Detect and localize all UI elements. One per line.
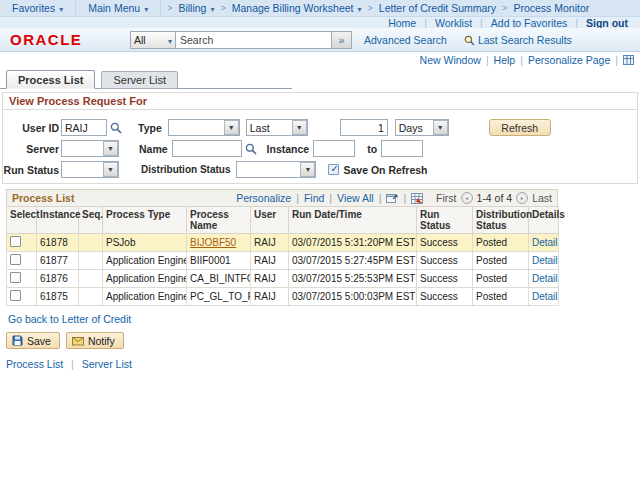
filter-row-3: Run Status Distribution Status Save On R… (3, 161, 637, 178)
col-process-name: Process Name (187, 207, 251, 234)
select-row-checkbox[interactable] (10, 254, 21, 265)
search-scope-value: All (134, 34, 146, 46)
seq-cell (79, 252, 103, 270)
col-instance: Instance (37, 207, 79, 234)
personalize-page-link[interactable]: Personalize Page (528, 54, 610, 66)
table-row: 61875 Application Engine PC_GL_TO_PC RAI… (7, 288, 559, 306)
last-search-results-link[interactable]: Last Search Results (478, 34, 572, 46)
grid-title: Process List (12, 192, 74, 204)
instance-cell: 61878 (37, 234, 79, 252)
select-row-checkbox[interactable] (10, 236, 21, 247)
view-process-request-groupbox: View Process Request For User ID Type La… (2, 92, 638, 184)
sign-out-link[interactable]: Sign out (586, 17, 628, 29)
chevron-down-icon (144, 2, 148, 14)
chevron-down-icon (433, 120, 448, 135)
personalize-layout-icon[interactable] (623, 55, 634, 65)
unit-select[interactable]: Days (395, 119, 449, 136)
instance-from-input[interactable] (313, 140, 355, 157)
run-status-cell: Success (417, 234, 473, 252)
favorites-menu[interactable]: Favorites (0, 0, 76, 16)
breadcrumb-separator-icon (502, 3, 507, 13)
breadcrumb-item-process-monitor[interactable]: Process Monitor (513, 2, 589, 14)
pager-first-label[interactable]: First (436, 192, 456, 204)
server-select[interactable] (61, 140, 119, 157)
details-link[interactable]: Details (532, 291, 559, 302)
process-type-cell: Application Engine (103, 270, 187, 288)
user-id-lookup-icon[interactable] (110, 122, 122, 134)
name-lookup-icon[interactable] (245, 143, 257, 155)
details-link[interactable]: Details (532, 255, 559, 266)
process-type-cell: PSJob (103, 234, 187, 252)
name-input[interactable] (172, 140, 242, 157)
breadcrumb-item-letter-of-credit-summary[interactable]: Letter of Credit Summary (379, 2, 496, 14)
count-input[interactable] (340, 119, 388, 136)
details-link[interactable]: Details (532, 273, 559, 284)
user-cell: RAIJ (251, 288, 289, 306)
home-link[interactable]: Home (388, 17, 416, 29)
footer-server-list-link[interactable]: Server List (82, 358, 132, 370)
distribution-status-cell: Posted (473, 252, 529, 270)
utility-bar: Home Worklist Add to Favorites Sign out (0, 17, 640, 28)
grid-title-bar: Process List Personalize Find View All F… (6, 189, 558, 207)
save-button[interactable]: Save (6, 332, 60, 349)
details-link[interactable]: Details (532, 237, 559, 248)
tab-process-list[interactable]: Process List (6, 70, 95, 89)
download-to-excel-icon[interactable] (411, 193, 423, 204)
view-all-link[interactable]: View All (337, 192, 374, 204)
instance-label: Instance (267, 143, 310, 155)
main-menu[interactable]: Main Menu (76, 0, 161, 16)
divider (480, 17, 483, 29)
advanced-search-link[interactable]: Advanced Search (364, 34, 447, 46)
find-link[interactable]: Find (304, 192, 324, 204)
pager-previous-icon[interactable] (461, 192, 473, 204)
chevron-down-icon (300, 162, 315, 177)
notify-button[interactable]: Notify (66, 332, 124, 349)
distribution-status-cell: Posted (473, 270, 529, 288)
chevron-down-icon (103, 162, 118, 177)
pager-next-icon[interactable] (516, 192, 528, 204)
search-results-icon (464, 35, 475, 46)
divider (424, 17, 427, 29)
page-links: New Window Help Personalize Page (0, 53, 640, 67)
filter-row-2: Server Name Instance to (3, 140, 637, 157)
footer-process-list-link[interactable]: Process List (6, 358, 63, 370)
run-datetime-cell: 03/07/2015 5:31:20PM EST (289, 234, 417, 252)
col-details: Details (529, 207, 559, 234)
save-on-refresh-checkbox[interactable] (328, 164, 339, 175)
divider (575, 17, 578, 29)
search-input[interactable] (176, 31, 332, 49)
run-datetime-cell: 03/07/2015 5:00:03PM EST (289, 288, 417, 306)
run-status-select[interactable] (61, 161, 119, 178)
breadcrumb-separator-icon (368, 3, 373, 13)
instance-to-input[interactable] (381, 140, 423, 157)
save-on-refresh-label: Save On Refresh (343, 164, 427, 176)
process-name-link[interactable]: BIJOBF50 (190, 237, 236, 248)
user-id-input[interactable] (61, 119, 107, 136)
pager-last-label[interactable]: Last (532, 192, 552, 204)
col-select: Select (7, 207, 37, 234)
breadcrumb-item-billing[interactable]: Billing (178, 2, 214, 14)
to-label: to (367, 143, 377, 155)
range-select[interactable]: Last (246, 119, 308, 136)
chevron-down-icon (103, 141, 118, 156)
tab-server-list[interactable]: Server List (101, 71, 178, 89)
col-distribution-status: Distribution Status (473, 207, 529, 234)
distribution-status-select[interactable] (236, 161, 316, 178)
breadcrumb: Favorites Main Menu Billing Manage Billi… (0, 0, 640, 17)
personalize-link[interactable]: Personalize (236, 192, 291, 204)
refresh-button[interactable]: Refresh (489, 119, 551, 136)
zoom-grid-popup-icon[interactable] (386, 193, 398, 203)
table-row: 61876 Application Engine CA_BI_INTFC RAI… (7, 270, 559, 288)
add-to-favorites-link[interactable]: Add to Favorites (491, 17, 567, 29)
breadcrumb-item-manage-billing-worksheet[interactable]: Manage Billing Worksheet (232, 2, 362, 14)
seq-cell (79, 288, 103, 306)
type-select[interactable] (168, 119, 240, 136)
search-scope-select[interactable]: All (130, 31, 176, 49)
search-go-button[interactable] (332, 31, 352, 49)
help-link[interactable]: Help (494, 54, 516, 66)
go-back-link[interactable]: Go back to Letter of Credit (8, 313, 131, 325)
new-window-link[interactable]: New Window (420, 54, 481, 66)
select-row-checkbox[interactable] (10, 272, 21, 283)
worklist-link[interactable]: Worklist (435, 17, 472, 29)
select-row-checkbox[interactable] (10, 290, 21, 301)
